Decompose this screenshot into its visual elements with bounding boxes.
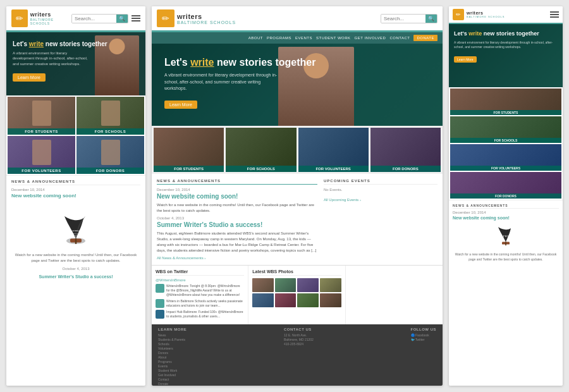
empty-col <box>346 266 443 324</box>
photo-1[interactable] <box>252 278 274 292</box>
footer-link-news[interactable]: News <box>158 333 187 337</box>
logo-text-right: writers BALTIMORE SCHOOLS <box>467 11 505 18</box>
center-hero-cta[interactable]: Learn More <box>164 101 197 109</box>
left-logo: ✏ writers BALTIMORE SCHOOLS <box>11 9 71 27</box>
footer-link-contact[interactable]: Contact <box>158 377 187 381</box>
photo-7[interactable] <box>297 293 319 307</box>
right-card-schools[interactable]: FOR SCHOOLS <box>450 116 561 143</box>
news-title-link[interactable]: New website coming soon! <box>11 193 140 199</box>
hamburger-line <box>550 11 559 13</box>
footer-link-events[interactable]: Events <box>158 364 187 368</box>
center-card-students[interactable]: FOR STUDENTS <box>154 128 224 172</box>
twitter-handle[interactable]: @WritersInBmore <box>156 278 244 282</box>
upcoming-link[interactable]: All Upcoming Events › <box>324 198 361 202</box>
center-bottom-section: WBS on Twitter @WritersInBmore WritersIn… <box>152 265 443 324</box>
photo-8[interactable] <box>320 293 341 307</box>
card-schools[interactable]: FOR SCHOOLS <box>76 97 144 135</box>
footer-link-volunteers[interactable]: Volunteers <box>158 346 187 350</box>
svg-text:YWS: YWS <box>503 235 509 238</box>
twitter-col: WBS on Twitter @WritersInBmore WritersIn… <box>152 266 248 324</box>
footer-link-programs[interactable]: Programs <box>158 360 187 364</box>
footer-facebook[interactable]: 🔵 Facebook <box>411 333 437 337</box>
center-search-button[interactable]: 🔍 <box>425 15 437 23</box>
footer-link-students[interactable]: Students & Parents <box>158 338 187 341</box>
nav-contact[interactable]: CONTACT <box>389 36 410 40</box>
card-label: FOR DONORS <box>76 168 144 174</box>
right-card-students[interactable]: FOR STUDENTS <box>450 89 561 115</box>
hamburger-line <box>550 14 559 15</box>
article2-title-c[interactable]: Summer Writer's Studio a success! <box>157 221 317 228</box>
center-hero-headline: Let's write new stories together <box>164 56 430 68</box>
article1-title[interactable]: New website coming soon! <box>157 193 317 200</box>
footer-link-about[interactable]: About <box>158 355 187 359</box>
card-donors[interactable]: FOR DONORS <box>76 136 144 174</box>
all-news-link[interactable]: All News & Announcements › <box>157 256 317 260</box>
left-search[interactable]: 🔍 <box>71 14 128 23</box>
center-search-input[interactable] <box>381 15 425 23</box>
footer-learn-more: LEARN MORE News Students & Parents Schoo… <box>158 328 187 386</box>
right-news-title[interactable]: New website coming soon! <box>453 216 559 220</box>
photo-6[interactable] <box>275 293 297 307</box>
logo-subtitle-center: BALTIMORE SCHOOLS <box>177 20 236 25</box>
photo-4[interactable] <box>320 278 341 292</box>
logo-name: writers <box>30 11 71 18</box>
logo-text-center: writers BALTIMORE SCHOOLS <box>177 13 236 25</box>
nav-student-work[interactable]: STUDENT WORK <box>316 36 351 40</box>
right-panel: ✏ writers BALTIMORE SCHOOLS Let's write … <box>449 6 563 386</box>
nav-donate[interactable]: DONATE <box>413 35 437 41</box>
footer-follow-title: FOLLOW US <box>411 328 437 331</box>
left-news-section: NEWS & ANNOUNCEMENTS December 10, 2014 N… <box>6 175 145 204</box>
card-person-image <box>32 140 51 165</box>
card-person-image <box>101 101 120 126</box>
hamburger-menu[interactable] <box>132 15 140 21</box>
footer-contact: CONTACT US 12 E. North Ave. Baltimore, M… <box>284 328 314 386</box>
center-card-schools[interactable]: FOR SCHOOLS <box>226 128 296 172</box>
left-panel: ✏ writers BALTIMORE SCHOOLS 🔍 Let's writ… <box>6 6 145 386</box>
search-input[interactable] <box>72 15 116 23</box>
hero-cta-button[interactable]: Learn More <box>13 73 46 82</box>
card-volunteers[interactable]: FOR VOLUNTEERS <box>8 136 75 174</box>
right-header: ✏ writers BALTIMORE SCHOOLS <box>449 6 563 24</box>
quill-icon: young writer's studio 2012 <box>57 211 95 248</box>
hamburger-line <box>132 20 140 21</box>
right-card-volunteers[interactable]: FOR VOLUNTEERS <box>450 144 561 171</box>
article2-title[interactable]: Summer Writer's Studio a success! <box>39 274 113 279</box>
left-quill-area: young writer's studio 2012 Watch for a n… <box>6 204 145 313</box>
photo-2[interactable] <box>275 278 297 292</box>
footer-link-get-involved[interactable]: Get Involved <box>158 373 187 377</box>
article1-date: December 10, 2014 <box>157 188 317 192</box>
nav-events[interactable]: EVENTS <box>295 36 312 40</box>
footer-link-donate[interactable]: Donate <box>158 382 187 386</box>
footer-link-donors[interactable]: Donors <box>158 351 187 355</box>
footer-address1: 12 E. North Ave. <box>284 333 314 337</box>
nav-about[interactable]: ABOUT <box>248 36 263 40</box>
nav-get-involved[interactable]: GET INVOLVED <box>355 36 386 40</box>
logo-name-center: writers <box>177 13 236 20</box>
photo-3[interactable] <box>297 278 319 292</box>
center-panel: ✏ writers BALTIMORE SCHOOLS 🔍 ABOUT PROG… <box>152 6 443 386</box>
footer-contact-title: CONTACT US <box>284 328 314 331</box>
card-person-image <box>101 140 120 165</box>
photo-5[interactable] <box>252 293 274 307</box>
tweet-text: Impact Hub Baltimore: Funded 100+ @Write… <box>166 310 244 319</box>
right-hero-headline: Let's write new stories together <box>454 30 558 38</box>
nav-programs[interactable]: PROGRAMS <box>267 36 291 40</box>
right-card-donors[interactable]: FOR DONORS <box>450 172 561 199</box>
card-students[interactable]: FOR STUDENTS <box>8 97 75 135</box>
right-hero-cta[interactable]: Learn More <box>454 56 477 63</box>
center-card-label: FOR STUDENTS <box>154 166 224 172</box>
center-search[interactable]: 🔍 <box>381 14 437 23</box>
right-hamburger[interactable] <box>550 11 559 18</box>
footer-link-student-work[interactable]: Student Work <box>158 369 187 372</box>
center-card-volunteers[interactable]: FOR VOLUNTEERS <box>298 128 369 172</box>
center-card-donors[interactable]: FOR DONORS <box>370 128 441 172</box>
footer-twitter[interactable]: 🐦 Twitter <box>411 338 437 341</box>
tweet-avatar <box>156 310 164 319</box>
search-button[interactable]: 🔍 <box>116 15 128 23</box>
footer-col-title: LEARN MORE <box>158 328 187 331</box>
tweet-3: Impact Hub Baltimore: Funded 100+ @Write… <box>156 310 244 319</box>
news-date: December 10, 2014 <box>11 188 140 192</box>
center-cards: FOR STUDENTS FOR SCHOOLS FOR VOLUNTEERS … <box>152 126 443 174</box>
footer-link-schools[interactable]: Schools <box>158 342 187 346</box>
tweet-2: Writers in Baltimore Schools actively se… <box>156 299 244 308</box>
